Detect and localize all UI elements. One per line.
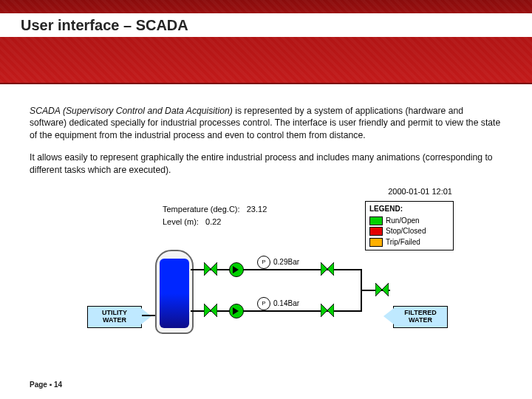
legend-title: LEGEND: — [369, 204, 449, 214]
header-banner: User interface – SCADA — [0, 0, 532, 84]
legend-row-stop: Stop/Closed — [369, 226, 449, 236]
level-readout: Level (m): 0.22 — [163, 216, 267, 228]
tank-icon — [155, 250, 194, 334]
footer: Page ▪ 14 — [30, 381, 62, 389]
temperature-value: 23.12 — [247, 205, 267, 214]
svg-marker-2 — [321, 262, 327, 276]
scada-acronym: SCADA (Supervisory Control and Data Acqu… — [30, 106, 233, 116]
swatch-amber-icon — [369, 238, 383, 247]
pump-top-icon — [229, 262, 244, 277]
paragraph-2: It allows easily to represent graphicall… — [30, 151, 502, 176]
readouts: Temperature (deg.C): 23.12 Level (m): 0.… — [163, 204, 267, 229]
legend-label-stop: Stop/Closed — [386, 226, 426, 236]
legend-row-run: Run/Open — [369, 216, 449, 226]
svg-marker-1 — [211, 262, 217, 276]
svg-marker-8 — [375, 283, 382, 296]
valve-top-1-icon — [204, 262, 217, 276]
page-sep: ▪ — [50, 381, 52, 389]
pipe-in-lead — [142, 315, 155, 316]
valve-top-2-icon — [321, 262, 334, 276]
temperature-label: Temperature (deg.C): — [163, 205, 240, 214]
gauge-bottom-icon: P — [257, 297, 270, 310]
pump-bottom-icon — [229, 304, 244, 318]
timestamp: 2000-01-01 12:01 — [388, 186, 452, 197]
body-text: SCADA (Supervisory Control and Data Acqu… — [0, 84, 532, 349]
pressure-bottom-label: 0.14Bar — [273, 299, 299, 309]
gauge-top-icon: P — [257, 256, 270, 269]
svg-marker-3 — [327, 262, 334, 276]
level-value: 0.22 — [205, 217, 221, 226]
outlet-arrow: FILTERED WATER — [393, 306, 448, 328]
page-number: 14 — [54, 381, 62, 389]
svg-marker-4 — [204, 304, 211, 317]
page-prefix: Page — [30, 381, 47, 389]
swatch-red-icon — [369, 227, 383, 236]
legend-label-trip: Trip/Failed — [386, 237, 420, 248]
inlet-label: UTILITY WATER — [102, 309, 127, 324]
svg-marker-5 — [211, 304, 217, 317]
pressure-top-label: 0.29Bar — [273, 257, 299, 267]
legend-box: LEGEND: Run/Open Stop/Closed Trip/Failed — [365, 201, 454, 250]
paragraph-1: SCADA (Supervisory Control and Data Acqu… — [30, 105, 502, 141]
slide-title: User interface – SCADA — [0, 13, 532, 37]
svg-marker-7 — [327, 304, 334, 317]
svg-marker-0 — [204, 262, 211, 276]
svg-marker-9 — [382, 283, 389, 296]
scada-diagram: 2000-01-01 12:01 Temperature (deg.C): 23… — [74, 186, 458, 349]
outlet-label: FILTERED WATER — [404, 309, 436, 324]
valve-outlet-icon — [375, 283, 389, 296]
tank-fill-icon — [160, 259, 189, 328]
legend-label-run: Run/Open — [386, 216, 420, 226]
temperature-readout: Temperature (deg.C): 23.12 — [163, 204, 267, 215]
legend-row-trip: Trip/Failed — [369, 237, 449, 248]
title-strip: User interface – SCADA — [0, 13, 532, 37]
level-label: Level (m): — [163, 217, 199, 226]
valve-bottom-2-icon — [321, 304, 334, 317]
inlet-arrow: UTILITY WATER — [87, 306, 142, 328]
swatch-green-icon — [369, 216, 383, 225]
valve-bottom-1-icon — [204, 304, 217, 317]
svg-marker-6 — [321, 304, 327, 317]
